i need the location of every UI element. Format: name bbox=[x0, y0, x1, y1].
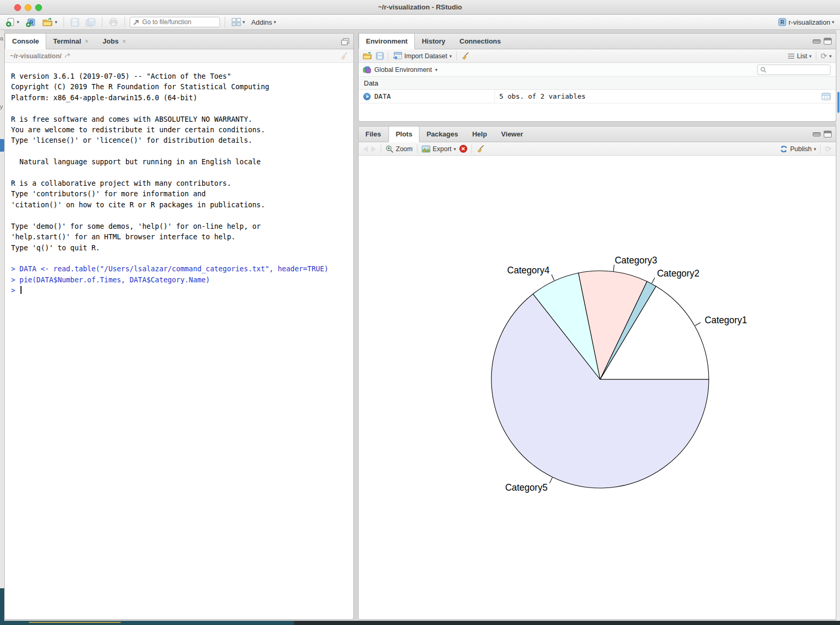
environment-toolbar: Import Dataset ▾ List ▾ ⟳ ▾ bbox=[359, 49, 836, 63]
previous-plot-button[interactable] bbox=[363, 146, 368, 152]
refresh-icon: ⟳ bbox=[825, 144, 832, 154]
project-icon: R bbox=[778, 17, 787, 27]
environment-search-input[interactable] bbox=[769, 66, 826, 73]
project-menu-button[interactable]: R r-visualization ▾ bbox=[776, 16, 836, 28]
restore-panes-icon[interactable] bbox=[341, 38, 349, 45]
svg-text:R: R bbox=[780, 19, 784, 25]
plots-toolbar: Zoom Export ▾ ✕ Publish ▾ ⟳ bbox=[359, 142, 836, 156]
console-line: Copyright (C) 2019 The R Foundation for … bbox=[11, 82, 347, 92]
environment-tab-environment[interactable]: Environment bbox=[359, 34, 415, 49]
tab-label: Environment bbox=[366, 37, 407, 45]
maximize-pane-icon[interactable] bbox=[824, 38, 832, 45]
console-line: > bbox=[11, 285, 347, 296]
import-dataset-button[interactable]: Import Dataset ▾ bbox=[393, 52, 452, 60]
maximize-pane-icon[interactable] bbox=[824, 131, 832, 137]
text-cursor bbox=[20, 286, 22, 294]
open-in-window-icon[interactable] bbox=[65, 53, 71, 59]
plots-tab-plots[interactable]: Plots bbox=[388, 126, 420, 142]
tab-label: Plots bbox=[396, 130, 413, 138]
plots-tab-packages[interactable]: Packages bbox=[419, 126, 465, 142]
tab-label: Jobs bbox=[103, 37, 119, 45]
console-tab-jobs[interactable]: Jobs× bbox=[96, 34, 133, 49]
console-tab-terminal[interactable]: Terminal× bbox=[46, 34, 96, 49]
console-line: Natural language support but running in … bbox=[11, 157, 347, 167]
open-icon bbox=[363, 52, 373, 60]
minimize-pane-icon[interactable] bbox=[813, 39, 821, 44]
pie-label-tick bbox=[613, 265, 614, 271]
tab-label: History bbox=[422, 37, 445, 45]
environment-scope-label[interactable]: Global Environment bbox=[374, 66, 432, 73]
console-line bbox=[11, 253, 347, 264]
search-icon bbox=[760, 67, 766, 73]
close-tab-icon[interactable]: × bbox=[122, 38, 126, 45]
console-line bbox=[11, 103, 347, 114]
plots-tabbar: FilesPlotsPackagesHelpViewer bbox=[359, 126, 836, 142]
environment-tab-history[interactable]: History bbox=[415, 34, 453, 49]
goto-file-box[interactable] bbox=[130, 17, 220, 27]
minimize-pane-icon[interactable] bbox=[813, 132, 821, 136]
console-prompt: > bbox=[11, 287, 19, 294]
console-pathbar: ~/r-visualization/ bbox=[5, 49, 353, 63]
publish-plot-button[interactable]: Publish ▾ bbox=[780, 145, 816, 153]
object-name: DATA bbox=[374, 92, 391, 100]
addins-label: Addins bbox=[251, 18, 272, 26]
next-plot-button[interactable] bbox=[371, 146, 376, 152]
pie-slice-label: Category5 bbox=[505, 482, 548, 493]
list-view-button[interactable]: List ▾ bbox=[788, 52, 812, 60]
nav-forward-icon bbox=[371, 146, 376, 152]
addins-button[interactable]: Addins ▾ bbox=[250, 17, 278, 27]
plots-tab-help[interactable]: Help bbox=[465, 126, 494, 142]
console-output[interactable]: R version 3.6.1 (2019-07-05) -- "Action … bbox=[5, 63, 353, 296]
open-file-button[interactable]: ▾ bbox=[41, 17, 59, 28]
pie-label-tick bbox=[550, 478, 552, 483]
pie-slice-label: Category1 bbox=[705, 315, 747, 325]
close-tab-icon[interactable]: × bbox=[85, 38, 89, 45]
environment-search-box[interactable] bbox=[757, 65, 831, 75]
clear-environment-button[interactable] bbox=[461, 52, 469, 60]
clear-all-plots-button[interactable] bbox=[476, 145, 485, 153]
list-view-icon bbox=[788, 53, 795, 59]
window-title: ~/r-visualization - RStudio bbox=[0, 0, 840, 15]
workspace-panes-button[interactable]: ▾ bbox=[230, 17, 247, 27]
refresh-environment-button[interactable]: ⟳ ▾ bbox=[821, 51, 832, 61]
plots-tab-viewer[interactable]: Viewer bbox=[495, 126, 531, 142]
panes-icon bbox=[232, 18, 241, 26]
save-all-button[interactable] bbox=[84, 17, 97, 28]
background-window-left-edge: a y bbox=[0, 30, 4, 621]
load-workspace-button[interactable] bbox=[363, 52, 373, 60]
save-icon bbox=[376, 52, 384, 60]
publish-plot-label: Publish bbox=[790, 145, 812, 153]
goto-file-input[interactable] bbox=[142, 18, 211, 26]
environment-tab-connections[interactable]: Connections bbox=[453, 34, 508, 49]
console-line: R version 3.6.1 (2019-07-05) -- "Action … bbox=[11, 71, 347, 82]
console-line: > pie(DATA$Number.of.Times, DATA$Categor… bbox=[11, 275, 347, 285]
expand-object-icon[interactable] bbox=[363, 93, 371, 100]
console-line bbox=[11, 146, 347, 157]
new-file-caret-icon: ▾ bbox=[17, 19, 19, 25]
zoom-plot-label: Zoom bbox=[396, 145, 413, 153]
pie-chart: Category1Category2Category3Category4Cate… bbox=[359, 156, 836, 620]
console-line: You are welcome to redistribute it under… bbox=[11, 125, 347, 135]
zoom-plot-button[interactable]: Zoom bbox=[385, 145, 413, 153]
open-caret-icon: ▾ bbox=[55, 19, 58, 25]
console-line: Type 'q()' to quit R. bbox=[11, 243, 347, 253]
export-plot-button[interactable]: Export ▾ bbox=[422, 145, 456, 153]
save-button[interactable] bbox=[69, 17, 81, 28]
refresh-plot-button[interactable]: ⟳ bbox=[825, 144, 832, 154]
print-button[interactable] bbox=[107, 17, 120, 27]
console-line: R is a collaborative project with many c… bbox=[11, 178, 347, 189]
save-workspace-button[interactable] bbox=[376, 52, 384, 60]
new-file-button[interactable]: ▾ bbox=[4, 16, 21, 28]
environment-panel: EnvironmentHistoryConnections Import Dat… bbox=[358, 33, 836, 122]
window-titlebar: ~/r-visualization - RStudio bbox=[0, 0, 840, 15]
clear-console-icon[interactable] bbox=[340, 52, 348, 60]
environment-object-row[interactable]: DATA5 obs. of 2 variables bbox=[359, 90, 836, 103]
new-project-button[interactable]: R bbox=[24, 16, 38, 28]
project-label: r-visualization bbox=[789, 18, 830, 26]
view-table-icon[interactable] bbox=[822, 93, 831, 100]
console-tabbar: ConsoleTerminal×Jobs× bbox=[5, 34, 353, 49]
plots-tab-files[interactable]: Files bbox=[359, 126, 388, 142]
console-tab-console[interactable]: Console bbox=[5, 34, 46, 49]
remove-plot-button[interactable]: ✕ bbox=[459, 145, 467, 153]
tab-label: Terminal bbox=[53, 37, 81, 45]
